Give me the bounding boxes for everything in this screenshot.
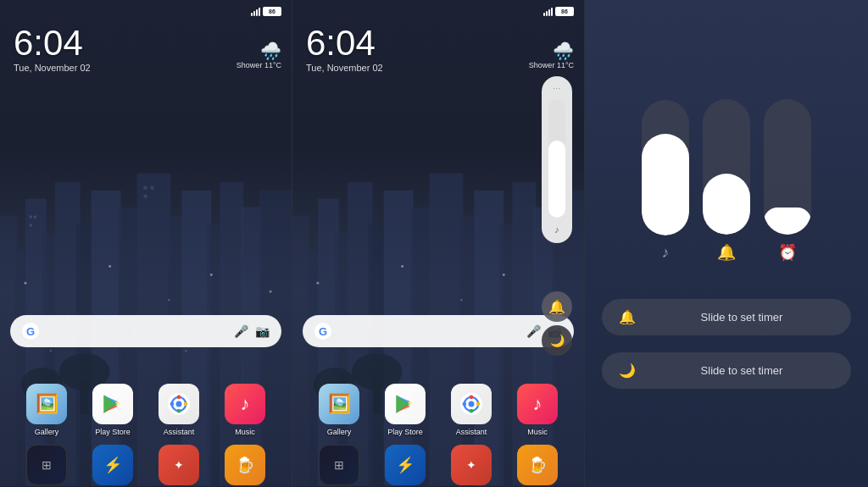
assistant-label-1: Assistant (164, 428, 195, 436)
signal-icon-1 (251, 7, 260, 16)
clock-widget-2: 6:04 Tue, November 02 (306, 25, 383, 73)
svg-point-69 (476, 402, 481, 407)
svg-point-68 (470, 396, 474, 400)
svg-point-40 (170, 402, 175, 407)
app-row-2-screen2: ⊞ ⚡ ✦ 🍺 (292, 445, 584, 485)
app2-3-icon-s1[interactable]: ✦ (159, 445, 199, 485)
vol-track-alarm[interactable] (764, 99, 811, 235)
volume-popup[interactable]: ··· ♪ (542, 76, 572, 243)
svg-rect-19 (34, 215, 36, 218)
vol-bell-icon: 🔔 (717, 243, 736, 262)
app-assistant-2[interactable]: Assistant (451, 384, 492, 436)
battery-icon-1: 86 (263, 7, 281, 16)
app-music-1[interactable]: ♪ Music (225, 384, 265, 436)
app2-1-icon-s1[interactable]: ⊞ (26, 445, 67, 485)
weather-info-2: Shower 11°C (529, 61, 574, 69)
clock-widget-1: 6:04 Tue, November 02 (14, 25, 91, 73)
weather-icon-1: 🌧️ (236, 41, 281, 61)
app-playstore-2[interactable]: Play Store (385, 384, 426, 436)
app-row-1: 🖼️ Gallery Play Store (0, 384, 292, 436)
app-gallery-1[interactable]: 🖼️ Gallery (26, 384, 67, 436)
vol-fill-music (642, 134, 689, 235)
app2-4-icon-s1[interactable]: 🍺 (225, 445, 265, 485)
weather-widget-2: 🌧️ Shower 11°C (529, 41, 574, 69)
svg-point-36 (176, 401, 182, 407)
status-icons-1: 86 (251, 7, 281, 16)
vol-slider-alarm[interactable]: ⏰ (764, 99, 811, 262)
app2-2-icon-s1[interactable]: ⚡ (92, 445, 133, 485)
vol-track-bell[interactable] (703, 99, 750, 235)
search-bar-1[interactable]: G 🎤 📷 (10, 315, 281, 347)
google-g-icon-1: G (22, 323, 39, 340)
svg-point-26 (108, 264, 111, 267)
weather-icon-2: 🌧️ (529, 41, 574, 61)
google-g-icon-2: G (314, 323, 331, 340)
app2-1-icon-s2[interactable]: ⊞ (319, 445, 359, 485)
lens-icon-1[interactable]: 📷 (255, 324, 270, 338)
svg-point-28 (210, 273, 213, 275)
signal-icon-2 (543, 7, 553, 16)
vol-fill-alarm (764, 208, 811, 235)
timer-row-bell[interactable]: 🔔 Slide to set timer (602, 299, 851, 335)
gallery-icon-1: 🖼️ (26, 384, 67, 424)
app-row-screen2: 🖼️ Gallery Play Store (292, 384, 584, 436)
app2-4-icon-s2[interactable]: 🍺 (517, 445, 558, 485)
app-music-2[interactable]: ♪ Music (517, 384, 558, 436)
search-bar-2[interactable]: G 🎤 📷 (303, 315, 574, 347)
search-action-icons-1: 🎤 📷 (234, 324, 270, 338)
clock-time-2: 6:04 (306, 25, 383, 61)
weather-widget-1: 🌧️ Shower 11°C (236, 41, 281, 69)
svg-rect-18 (30, 215, 32, 218)
assistant-icon-2 (451, 384, 492, 424)
svg-rect-21 (144, 185, 147, 189)
music-icon-1: ♪ (225, 384, 265, 424)
clock-date-1: Tue, November 02 (14, 63, 91, 73)
svg-point-30 (50, 350, 52, 351)
status-bar-2: 86 (292, 7, 584, 16)
gallery-label-1: Gallery (35, 428, 59, 436)
timer-bell-text: Slide to set timer (648, 311, 836, 324)
volume-fill (548, 141, 565, 218)
volume-music-symbol: ♪ (554, 224, 559, 235)
phone-screen-1: 86 6:04 Tue, November 02 🌧️ Shower 11°C … (0, 0, 292, 487)
volume-track[interactable] (548, 99, 565, 218)
music-label-1: Music (235, 428, 255, 436)
app2-3-icon-s2[interactable]: ✦ (451, 445, 492, 485)
vol-track-music[interactable] (642, 100, 689, 235)
svg-point-39 (177, 409, 181, 413)
mic-icon-2[interactable]: 🎤 (526, 324, 541, 338)
svg-point-24 (24, 281, 26, 284)
svg-point-61 (401, 264, 403, 267)
svg-point-62 (460, 299, 462, 301)
app-playstore-1[interactable]: Play Store (92, 384, 133, 436)
notification-bell-bubble[interactable]: 🔔 (542, 291, 572, 322)
app-assistant-1[interactable]: Assistant (159, 384, 199, 436)
svg-rect-22 (150, 185, 153, 189)
svg-point-71 (463, 402, 467, 407)
status-icons-2: 86 (543, 7, 574, 16)
vol-slider-music[interactable]: ♪ (642, 100, 689, 262)
mic-icon-1[interactable]: 🎤 (234, 324, 248, 338)
assistant-label-2: Assistant (456, 428, 487, 436)
app-gallery-2[interactable]: 🖼️ Gallery (319, 384, 359, 436)
timer-bell-icon: 🔔 (617, 309, 637, 325)
moon-bubble[interactable]: 🌙 (542, 325, 572, 356)
assistant-icon-1 (159, 384, 199, 424)
clock-date-2: Tue, November 02 (306, 63, 383, 73)
app-row-2-screen1: ⊞ ⚡ ✦ 🍺 (0, 445, 292, 485)
app2-2-icon-s2[interactable]: ⚡ (385, 445, 426, 485)
svg-point-38 (184, 402, 188, 407)
phone-screen-2: 86 6:04 Tue, November 02 🌧️ Shower 11°C … (292, 0, 585, 487)
volume-sliders-row: ♪ 🔔 ⏰ (642, 99, 811, 262)
vol-slider-bell[interactable]: 🔔 (703, 99, 750, 262)
gallery-icon-2: 🖼️ (319, 384, 359, 424)
svg-point-63 (503, 273, 505, 275)
timer-row-moon[interactable]: 🌙 Slide to set timer (602, 352, 851, 389)
weather-info-1: Shower 11°C (236, 61, 281, 69)
svg-point-67 (469, 401, 475, 407)
svg-point-32 (185, 350, 186, 351)
playstore-label-1: Play Store (95, 428, 131, 436)
right-panel: ♪ 🔔 ⏰ 🔔 Slide to set timer 🌙 Slide to se… (585, 0, 868, 487)
svg-point-33 (270, 290, 272, 292)
status-bar-1: 86 (0, 7, 292, 16)
